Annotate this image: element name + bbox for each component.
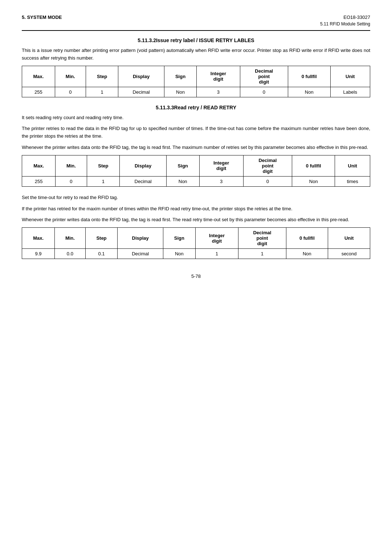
col-max: Max. [22, 66, 55, 87]
section-3-body-0: Set the time-out for retry to read the R… [22, 194, 370, 202]
col-unit: Unit [328, 228, 370, 249]
col-integer: Integerdigit [195, 228, 238, 249]
header-sub-right: 5.11 RFID Module Setting [320, 21, 370, 27]
section-2-title: 5.11.3.3Read retry / READ RETRY [22, 105, 370, 110]
col-min: Min. [56, 155, 87, 176]
col-step: Step [86, 66, 118, 87]
col-min: Min. [55, 228, 85, 249]
col-decimal: Decimalpointdigit [238, 228, 286, 249]
section-3: Set the time-out for retry to read the R… [22, 194, 370, 259]
section-2: 5.11.3.3Read retry / READ RETRY It sets … [22, 105, 370, 187]
col-display: Display [118, 228, 163, 249]
col-step: Step [87, 155, 120, 176]
col-min: Min. [55, 66, 86, 87]
section-2-body-2: Whenever the printer writes data onto th… [22, 144, 370, 151]
section-2-body-1: The printer retries to read the data in … [22, 125, 370, 140]
section-1-body-0: This is a issue retry number after print… [22, 47, 370, 62]
header: 5. SYSTEM MODE EO18-33027 5.11 RFID Modu… [22, 15, 370, 31]
col-sign: Sign [163, 228, 195, 249]
section-1-table: Max. Min. Step Display Sign Integerdigit… [22, 66, 370, 97]
col-fullfil: 0 fullfil [286, 228, 328, 249]
section-3-body-1: If the printer has retried for the maxim… [22, 205, 370, 213]
section-1-title: 5.11.3.2Issue retry label / ISSUE RETRY … [22, 37, 370, 43]
header-left: 5. SYSTEM MODE [22, 15, 62, 20]
table-row: 255 0 1 Decimal Non 3 0 Non Labels [22, 87, 370, 97]
col-display: Display [120, 155, 167, 176]
section-2-body-0: It sets reading retry count and reading … [22, 114, 370, 122]
table-row: 255 0 1 Decimal Non 3 0 Non times [22, 176, 370, 186]
table-row: 9.9 0.0 0.1 Decimal Non 1 1 Non second [22, 249, 370, 259]
col-fullfil: 0 fullfil [292, 155, 335, 176]
section-2-table: Max. Min. Step Display Sign Integerdigit… [22, 155, 370, 187]
col-decimal: Decimalpointdigit [243, 155, 292, 176]
col-unit: Unit [335, 155, 370, 176]
col-sign: Sign [166, 155, 199, 176]
col-integer: Integerdigit [199, 155, 243, 176]
col-sign: Sign [164, 66, 196, 87]
header-divider [22, 30, 370, 31]
section-1: 5.11.3.2Issue retry label / ISSUE RETRY … [22, 37, 370, 97]
col-max: Max. [22, 155, 56, 176]
col-max: Max. [22, 228, 55, 249]
col-fullfil: 0 fullfil [288, 66, 330, 87]
col-decimal: Decimalpointdigit [240, 66, 288, 87]
page-number: 5-78 [191, 274, 201, 279]
col-display: Display [118, 66, 164, 87]
section-3-body-2: Whenever the printer writes data onto th… [22, 216, 370, 224]
page-footer: 5-78 [22, 274, 370, 279]
col-unit: Unit [330, 66, 370, 87]
header-right: EO18-33027 [343, 15, 370, 20]
col-integer: Integerdigit [197, 66, 240, 87]
section-3-table: Max. Min. Step Display Sign Integerdigit… [22, 227, 370, 259]
col-step: Step [85, 228, 118, 249]
